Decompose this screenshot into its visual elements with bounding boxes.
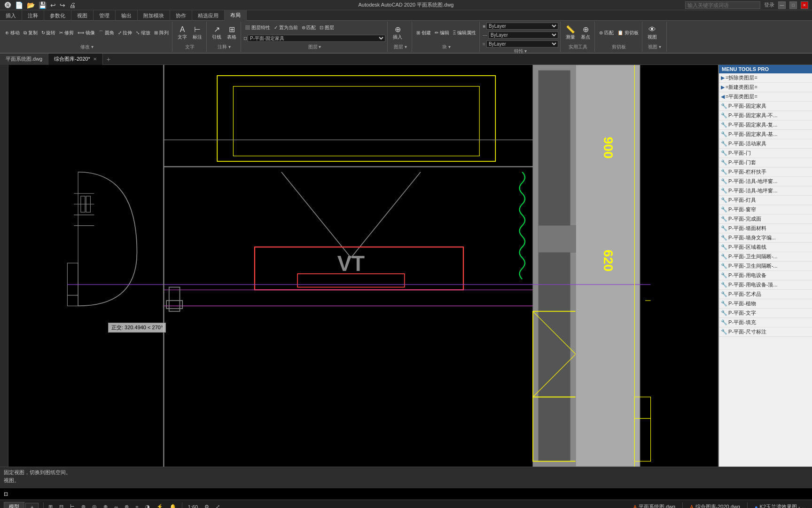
panel-item-p-dimension[interactable]: 🔧 P-平面-尺寸标注 (719, 327, 812, 337)
tab-addins[interactable]: 附加模块 (138, 10, 170, 21)
grid-btn[interactable]: ⊞ (47, 503, 55, 508)
tab-featured[interactable]: 精选应用 (192, 10, 225, 21)
panel-item-p-fixed-furniture-2[interactable]: 🔧 P-平面-固定家具-不... (719, 111, 812, 120)
save-icon[interactable]: 💾 (38, 1, 47, 9)
table-btn[interactable]: ⊞ 表格 (225, 24, 239, 42)
layer-match-btn[interactable]: ⊜ 匹配 (300, 24, 318, 32)
leader-btn[interactable]: ↗ 引线 (210, 24, 224, 42)
tab-layout[interactable]: 布局 (225, 10, 247, 21)
lweight-btn[interactable]: ≡ (133, 504, 140, 508)
panel-item-p-bathroom-1[interactable]: 🔧 P-平面-卫生间隔断-... (719, 252, 812, 262)
stretch-btn[interactable]: ⤢ 拉伸 (117, 29, 134, 37)
redo-icon[interactable]: ↪ (59, 1, 66, 9)
tab-manage[interactable]: 管理 (94, 10, 116, 21)
taskbar-chrome[interactable]: ● K2玉兰湾效果图 - ... (750, 502, 810, 508)
panel-item-p-fixed-furniture[interactable]: 🔧 P-平面-固定家具 (719, 102, 812, 111)
edit-block-btn[interactable]: ✏ 编辑 (433, 29, 451, 37)
settings-btn[interactable]: ⚙ (203, 503, 211, 508)
undo-icon[interactable]: ↩ (49, 1, 57, 9)
transparency-btn[interactable]: ◑ (143, 503, 152, 508)
panel-item-p-electrical-1[interactable]: 🔧 P-平面-用电设备 (719, 271, 812, 280)
close-button[interactable]: ✕ (801, 1, 808, 9)
scale-display[interactable]: 1:60 (186, 504, 200, 508)
qprops-btn[interactable]: ⚡ (155, 503, 165, 508)
panel-item-p-fixed-furniture-4[interactable]: 🔧 P-平面-固定家具-基... (719, 130, 812, 139)
text-btn[interactable]: A 文字 (175, 24, 189, 42)
osnap-btn[interactable]: ◎ (90, 503, 99, 508)
tab-view[interactable]: 视图 (71, 10, 94, 21)
trim-btn[interactable]: ✂ 修剪 (58, 29, 75, 37)
taskbar-floor-plan[interactable]: A 平面系统图.dwg (629, 502, 680, 508)
edit-attr-btn[interactable]: Ξ 编辑属性 (452, 29, 477, 37)
tab-parametric[interactable]: 参数化 (44, 10, 71, 21)
panel-item-p-curtain[interactable]: 🔧 P-平面-窗帘 (719, 205, 812, 214)
view-btn[interactable]: 👁 视图 (645, 24, 659, 42)
panel-item-p-door-frame[interactable]: 🔧 P-平面-门套 (719, 158, 812, 167)
panel-item-p-electrical-2[interactable]: 🔧 P-平面-用电设备-顶... (719, 280, 812, 290)
scale-btn[interactable]: ⤡ 缩放 (134, 29, 152, 37)
tab-insert[interactable]: 插入 (0, 10, 22, 21)
rotate-btn[interactable]: ↻ 旋转 (40, 29, 57, 37)
insert-btn[interactable]: ⊕ 插入 (390, 24, 405, 42)
clean-screen-btn[interactable]: ⤢ (214, 503, 222, 508)
snap-btn[interactable]: ⊟ (57, 503, 65, 508)
minimize-button[interactable]: — (778, 1, 786, 9)
search-input[interactable] (685, 1, 760, 9)
polar-btn[interactable]: ⊛ (79, 503, 87, 508)
annomonitor-btn[interactable]: 🔔 (168, 503, 178, 508)
panel-item-p-art[interactable]: 🔧 P-平面-艺术品 (719, 290, 812, 299)
panel-item-p-lighting[interactable]: 🔧 P-平面-灯具 (719, 196, 812, 205)
ortho-btn[interactable]: ⊢ (68, 503, 77, 508)
panel-item-floor-layer[interactable]: ◀ =平面类图层= (719, 92, 812, 102)
set-current-btn[interactable]: ⊡ 图层 (318, 24, 336, 32)
taskbar-library[interactable]: A 综合图库-2020.dwg (686, 502, 744, 508)
panel-item-p-finish[interactable]: 🔧 P-平面-完成面 (719, 214, 812, 224)
layer-select[interactable]: P-平面-固定家具 (248, 35, 385, 42)
ducs-btn[interactable]: ⊗ (123, 503, 131, 508)
panel-item-p-text[interactable]: 🔧 P-平面-文字 (719, 309, 812, 318)
lineweight-select[interactable]: ByLayer (486, 40, 558, 48)
mirror-btn[interactable]: ⟺ 镜像 (76, 29, 96, 37)
otrack-btn[interactable]: ∞ (112, 504, 120, 508)
tab-collaborate[interactable]: 协作 (170, 10, 192, 21)
doc-tab-floor-plan[interactable]: 平面系统图.dwg (0, 54, 48, 65)
move-btn[interactable]: ⊕ 移动 (4, 29, 21, 37)
3dosnap-btn[interactable]: ⊕ (102, 503, 109, 508)
maximize-button[interactable]: □ (789, 1, 797, 9)
matchprop-btn[interactable]: ⊜ 匹配 (598, 29, 615, 37)
open-icon[interactable]: 📂 (26, 1, 36, 9)
panel-item-p-door[interactable]: 🔧 P-平面-门 (719, 149, 812, 158)
panel-item-new-layer[interactable]: ▶ =新建类图层= (719, 83, 812, 92)
new-tab-button[interactable]: + (103, 56, 114, 63)
command-input[interactable] (10, 491, 808, 497)
panel-item-p-zone-line[interactable]: 🔧 P-平面-区域着线 (719, 243, 812, 252)
panel-item-p-wall-text[interactable]: 🔧 P-平面-墙身文字编... (719, 233, 812, 243)
copy-btn[interactable]: ⧉ 复制 (22, 29, 39, 37)
panel-item-p-fixture-1[interactable]: 🔧 P-平面-洁具-地坪窗... (719, 177, 812, 186)
make-current-btn[interactable]: ✓ 置为当前 (273, 24, 299, 32)
login-button[interactable]: 登录 (764, 1, 774, 8)
linetype-select[interactable]: ByLayer (488, 32, 558, 39)
panel-item-p-fixed-furniture-3[interactable]: 🔧 P-平面-固定家具-复... (719, 120, 812, 130)
dimension-btn[interactable]: ⊢ 标注 (190, 24, 204, 42)
color-select[interactable]: ByLayer (486, 23, 558, 30)
canvas-area[interactable]: VT (0, 65, 718, 467)
plot-icon[interactable]: 🖨 (68, 1, 77, 9)
doc-tab-library[interactable]: 综合图库-2020* ✕ (48, 54, 102, 65)
layout-tab[interactable]: + (25, 503, 39, 508)
doc-tab-library-close[interactable]: ✕ (93, 56, 97, 62)
panel-item-p-plant[interactable]: 🔧 P-平面-植物 (719, 299, 812, 309)
tab-output[interactable]: 输出 (116, 10, 138, 21)
panel-item-p-bathroom-2[interactable]: 🔧 P-平面-卫生间隔断-... (719, 262, 812, 271)
measure-btn[interactable]: 📏 测量 (563, 24, 578, 42)
array-btn[interactable]: ⊞ 阵列 (153, 29, 170, 37)
panel-item-p-fill[interactable]: 🔧 P-平面-填充 (719, 318, 812, 327)
panel-item-p-railing[interactable]: 🔧 P-平面-栏杆扶手 (719, 167, 812, 177)
create-block-btn[interactable]: ⊞ 创建 (415, 29, 432, 37)
panel-item-p-fixture-2[interactable]: 🔧 P-平面-洁具-地坪窗... (719, 186, 812, 196)
panel-item-p-wall-material[interactable]: 🔧 P-平面-墙面材料 (719, 224, 812, 233)
base-btn[interactable]: ⊕ 基点 (578, 24, 593, 42)
fillet-btn[interactable]: ⌒ 圆角 (97, 29, 116, 37)
new-icon[interactable]: 📄 (14, 1, 24, 9)
layer-props-btn[interactable]: ▤ 图层特性 (244, 24, 272, 32)
